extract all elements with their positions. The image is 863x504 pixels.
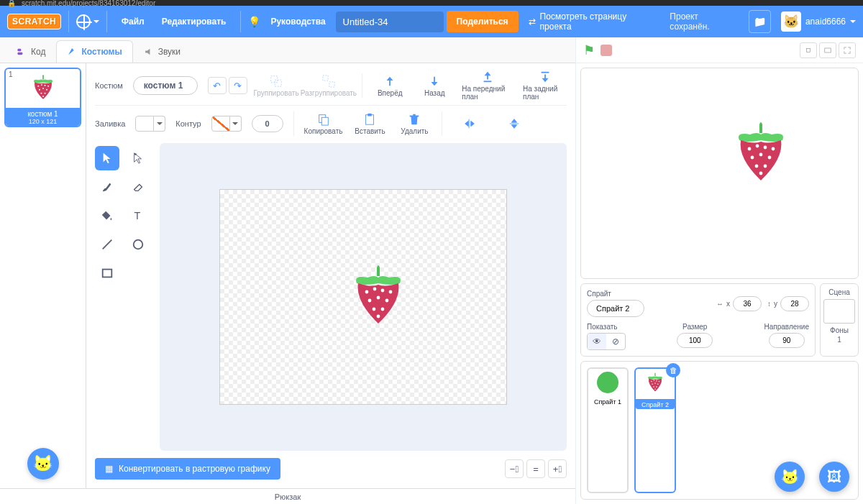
language-caret-icon[interactable] xyxy=(93,20,99,26)
flip-vertical-button[interactable] xyxy=(497,117,531,130)
show-label: Показать xyxy=(587,323,626,331)
text-tool[interactable]: T xyxy=(126,203,150,228)
tab-sounds[interactable]: Звуки xyxy=(133,40,191,63)
sprite-tile[interactable]: Спрайт 1 xyxy=(587,367,629,493)
backdrops-count: 1 xyxy=(822,336,857,344)
flip-horizontal-button[interactable] xyxy=(452,117,487,130)
username: anaid6666 xyxy=(805,17,846,27)
fill-color-picker[interactable] xyxy=(135,116,165,132)
folder-icon xyxy=(754,16,766,27)
add-costume-button[interactable] xyxy=(27,448,59,480)
paste-button[interactable]: Вставить xyxy=(352,113,387,135)
backward-button[interactable]: Назад xyxy=(417,75,452,97)
brush-tool[interactable] xyxy=(95,175,119,199)
redo-button[interactable]: ↷ xyxy=(229,77,247,94)
costume-index: 1 xyxy=(9,70,13,78)
costume-artwork[interactable] xyxy=(342,262,414,334)
stage-selector[interactable]: Сцена Фоны 1 xyxy=(820,283,859,357)
ungroup-button[interactable]: Разгруппировать xyxy=(305,75,352,97)
stage[interactable] xyxy=(580,68,859,279)
rect-tool[interactable] xyxy=(95,261,119,285)
sprite-label: Спрайт 2 xyxy=(636,399,675,409)
stage-full-button[interactable] xyxy=(839,42,856,58)
zoom-out-button[interactable]: −⃝ xyxy=(505,459,524,478)
outline-color-picker[interactable] xyxy=(211,116,242,132)
direction-input[interactable] xyxy=(769,333,805,348)
select-tool[interactable] xyxy=(95,146,119,170)
group-button[interactable]: Группировать xyxy=(257,75,296,97)
svg-rect-16 xyxy=(483,81,491,82)
svg-rect-28 xyxy=(825,48,831,52)
project-title-input[interactable] xyxy=(336,12,444,32)
convert-to-bitmap-button[interactable]: ▦ Конвертировать в растровую графику xyxy=(95,458,280,480)
direction-label: Направление xyxy=(764,323,809,331)
stage-small-button[interactable] xyxy=(800,42,817,58)
fill-tool[interactable] xyxy=(95,203,119,228)
sprite-label: Спрайт xyxy=(587,290,644,298)
convert-label: Конвертировать в растровую графику xyxy=(119,464,270,474)
account-menu[interactable]: anaid6666 xyxy=(781,12,856,32)
sounds-icon xyxy=(144,47,154,57)
back-button[interactable]: На задний план xyxy=(523,70,567,101)
forward-button[interactable]: Вперёд xyxy=(373,75,407,97)
scratch-logo[interactable]: SCRATCH xyxy=(7,14,61,29)
account-caret-icon xyxy=(850,20,856,26)
canvas[interactable] xyxy=(219,189,507,405)
stage-title: Сцена xyxy=(822,288,857,296)
costumes-icon xyxy=(67,47,77,57)
sprite-name-input[interactable] xyxy=(587,300,644,317)
y-label: y xyxy=(774,300,777,308)
costume-name-input[interactable] xyxy=(133,76,198,95)
outline-width-input[interactable] xyxy=(252,115,283,132)
stage-header: ⚑ xyxy=(576,37,863,63)
size-input[interactable] xyxy=(677,333,713,348)
tutorials-icon[interactable] xyxy=(248,16,260,27)
show-visible-button[interactable]: 👁 xyxy=(588,334,606,349)
circle-tool[interactable] xyxy=(126,232,150,257)
x-input[interactable] xyxy=(733,296,762,311)
sprite-on-stage[interactable] xyxy=(725,119,797,191)
delete-sprite-button[interactable]: 🗑 xyxy=(666,363,680,377)
reshape-tool[interactable] xyxy=(126,146,150,170)
zoom-in-button[interactable]: +⃝ xyxy=(548,459,567,478)
front-button[interactable]: На передний план xyxy=(462,70,513,101)
language-icon[interactable] xyxy=(76,14,91,29)
costume-tile[interactable]: 1 костюм 1 120 x 121 xyxy=(4,68,81,127)
menu-bar: SCRATCH Файл Редактировать Руководства П… xyxy=(0,6,863,37)
tab-costumes[interactable]: Костюмы xyxy=(56,40,132,63)
size-label: Размер xyxy=(677,323,713,331)
add-backdrop-button[interactable] xyxy=(819,462,849,492)
code-icon xyxy=(17,47,27,57)
tutorials-menu[interactable]: Руководства xyxy=(263,12,332,31)
y-input[interactable] xyxy=(780,296,809,311)
line-tool[interactable] xyxy=(95,232,119,257)
share-button[interactable]: Поделиться xyxy=(447,11,519,32)
x-arrow-icon: ↔ xyxy=(716,300,723,308)
canvas-area[interactable] xyxy=(160,143,567,451)
undo-button[interactable]: ↶ xyxy=(208,77,227,94)
see-project-page[interactable]: ⇄ Посмотреть страницу проекта xyxy=(521,7,665,36)
edit-menu[interactable]: Редактировать xyxy=(155,12,234,31)
backpack-header[interactable]: Рюкзак xyxy=(0,488,575,504)
show-hidden-button[interactable]: ⊘ xyxy=(606,334,625,349)
zoom-reset-button[interactable]: = xyxy=(526,459,545,478)
costume-name-label: Костюм xyxy=(95,81,123,90)
save-status: Проект сохранён. xyxy=(670,12,738,32)
add-sprite-button[interactable] xyxy=(775,462,805,492)
svg-rect-14 xyxy=(323,75,328,80)
eraser-tool[interactable] xyxy=(126,175,150,199)
stop-button[interactable] xyxy=(601,45,612,56)
tab-code[interactable]: Код xyxy=(6,40,56,63)
file-menu[interactable]: Файл xyxy=(114,12,152,31)
x-label: x xyxy=(726,300,730,308)
green-flag-button[interactable]: ⚑ xyxy=(583,42,595,58)
tool-palette: T xyxy=(95,143,152,451)
stage-large-button[interactable] xyxy=(819,42,836,58)
my-stuff-button[interactable] xyxy=(749,10,771,33)
sprite-tile[interactable]: 🗑 Спрайт 2 xyxy=(634,367,676,493)
copy-button[interactable]: Копировать xyxy=(304,113,343,135)
bitmap-icon: ▦ xyxy=(105,464,113,474)
url-bar: scratch.mit.edu/projects/834163012/edito… xyxy=(22,0,856,7)
delete-button[interactable]: Удалить xyxy=(397,113,432,135)
see-project-icon: ⇄ xyxy=(529,17,536,27)
